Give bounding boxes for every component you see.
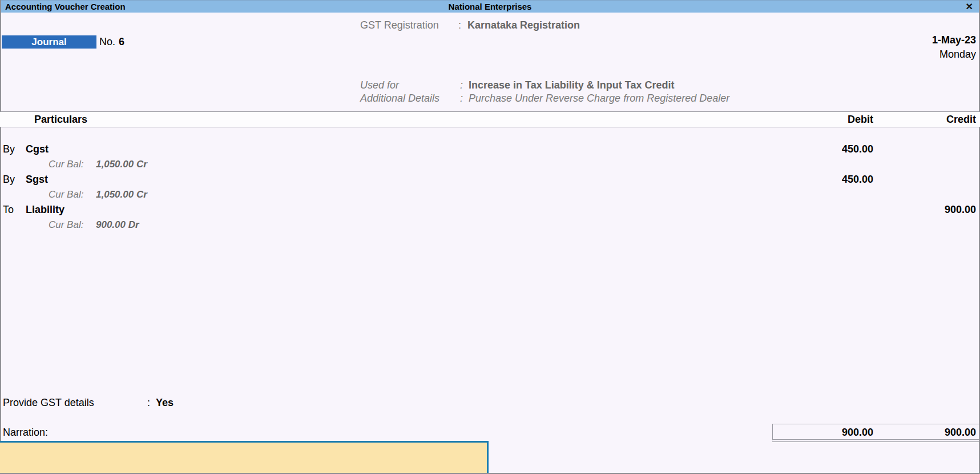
provide-gst-label: Provide GST details bbox=[3, 396, 94, 409]
gst-registration-label: GST Registration bbox=[360, 19, 439, 31]
entry-account-liability[interactable]: Liability bbox=[26, 203, 64, 216]
entry-prefix: By bbox=[3, 173, 15, 186]
entry-credit-amount[interactable]: 900.00 bbox=[945, 203, 976, 216]
narration-label: Narration: bbox=[3, 426, 48, 439]
close-icon[interactable]: ✕ bbox=[966, 1, 973, 13]
voucher-no-value[interactable]: 6 bbox=[119, 35, 124, 48]
additional-details-value[interactable]: Purchase Under Reverse Charge from Regis… bbox=[469, 92, 729, 105]
cur-bal-value: 900.00 Dr bbox=[96, 219, 139, 231]
column-debit: Debit bbox=[848, 113, 873, 126]
titlebar: Accounting Voucher Creation National Ent… bbox=[1, 0, 979, 13]
used-for-colon: : bbox=[460, 79, 463, 91]
entry-account-cgst[interactable]: Cgst bbox=[26, 143, 49, 155]
window-border-left bbox=[0, 0, 1, 474]
additional-details-label: Additional Details bbox=[360, 92, 439, 105]
voucher-date[interactable]: 1-May-23 bbox=[932, 34, 976, 46]
entry-debit-amount[interactable]: 450.00 bbox=[842, 173, 873, 186]
total-debit: 900.00 bbox=[842, 426, 873, 439]
provide-gst-colon: : bbox=[147, 396, 150, 409]
voucher-no-label: No. bbox=[99, 35, 115, 48]
entry-prefix: By bbox=[3, 143, 15, 155]
cur-bal-value: 1,050.00 Cr bbox=[96, 158, 147, 171]
column-credit: Credit bbox=[946, 113, 976, 126]
cur-bal-value: 1,050.00 Cr bbox=[96, 188, 147, 201]
provide-gst-value[interactable]: Yes bbox=[156, 396, 174, 409]
additional-details-colon: : bbox=[460, 92, 463, 105]
used-for-label: Used for bbox=[360, 79, 399, 91]
voucher-day: Monday bbox=[939, 48, 976, 61]
entry-account-sgst[interactable]: Sgst bbox=[26, 173, 48, 186]
narration-input[interactable] bbox=[0, 441, 489, 473]
cur-bal-label: Cur Bal: bbox=[49, 219, 83, 231]
accounting-voucher-window: Accounting Voucher Creation National Ent… bbox=[0, 0, 980, 474]
cur-bal-label: Cur Bal: bbox=[49, 158, 83, 171]
used-for-value[interactable]: Increase in Tax Liability & Input Tax Cr… bbox=[469, 79, 674, 91]
entry-prefix: To bbox=[3, 203, 14, 216]
totals-separator-bottom bbox=[772, 439, 979, 442]
column-particulars: Particulars bbox=[34, 113, 87, 126]
company-name: National Enterprises bbox=[1, 1, 979, 12]
entry-debit-amount[interactable]: 450.00 bbox=[842, 143, 873, 155]
voucher-type-button[interactable]: Journal bbox=[2, 35, 96, 49]
gst-registration-value: Karnataka Registration bbox=[467, 19, 580, 31]
gst-registration-colon: : bbox=[458, 19, 461, 31]
table-header-row: Particulars Debit Credit bbox=[0, 112, 980, 127]
total-credit: 900.00 bbox=[945, 426, 976, 439]
cur-bal-label: Cur Bal: bbox=[49, 188, 83, 201]
